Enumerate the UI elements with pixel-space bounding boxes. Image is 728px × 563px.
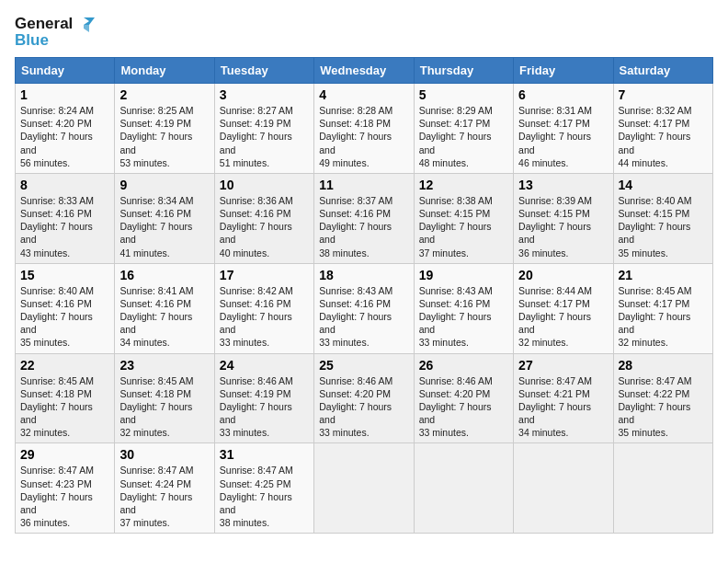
calendar-cell: 6Sunrise: 8:31 AMSunset: 4:17 PMDaylight… xyxy=(514,84,613,174)
calendar-cell: 9Sunrise: 8:34 AMSunset: 4:16 PMDaylight… xyxy=(115,173,214,263)
logo-general-text: General xyxy=(15,15,73,33)
day-number: 18 xyxy=(319,268,408,282)
calendar-cell: 14Sunrise: 8:40 AMSunset: 4:15 PMDayligh… xyxy=(613,173,712,263)
day-number: 27 xyxy=(518,358,608,373)
cell-info: Sunrise: 8:29 AMSunset: 4:17 PMDaylight:… xyxy=(419,104,508,169)
calendar-cell: 21Sunrise: 8:45 AMSunset: 4:17 PMDayligh… xyxy=(613,263,712,353)
calendar-cell: 18Sunrise: 8:43 AMSunset: 4:16 PMDayligh… xyxy=(314,263,414,353)
cell-info: Sunrise: 8:24 AMSunset: 4:20 PMDaylight:… xyxy=(20,104,109,169)
calendar-cell: 19Sunrise: 8:43 AMSunset: 4:16 PMDayligh… xyxy=(414,263,513,353)
calendar-cell: 17Sunrise: 8:42 AMSunset: 4:16 PMDayligh… xyxy=(214,263,313,353)
weekday-header-wednesday: Wednesday xyxy=(314,58,414,84)
day-number: 24 xyxy=(220,358,309,373)
calendar-cell: 20Sunrise: 8:44 AMSunset: 4:17 PMDayligh… xyxy=(514,263,613,353)
calendar-cell: 23Sunrise: 8:45 AMSunset: 4:18 PMDayligh… xyxy=(115,353,214,443)
cell-info: Sunrise: 8:42 AMSunset: 4:16 PMDaylight:… xyxy=(220,284,309,350)
calendar-cell: 16Sunrise: 8:41 AMSunset: 4:16 PMDayligh… xyxy=(115,263,214,353)
cell-info: Sunrise: 8:46 AMSunset: 4:19 PMDaylight:… xyxy=(220,374,309,440)
day-number: 3 xyxy=(220,87,309,102)
cell-info: Sunrise: 8:39 AMSunset: 4:15 PMDaylight:… xyxy=(518,194,608,259)
day-number: 5 xyxy=(419,87,508,102)
day-number: 20 xyxy=(518,268,608,282)
calendar-cell: 24Sunrise: 8:46 AMSunset: 4:19 PMDayligh… xyxy=(214,353,313,443)
weekday-header-saturday: Saturday xyxy=(613,58,712,84)
weekday-header-monday: Monday xyxy=(115,58,214,84)
day-number: 23 xyxy=(119,358,209,373)
logo-blue-text: Blue xyxy=(15,31,49,50)
cell-info: Sunrise: 8:37 AMSunset: 4:16 PMDaylight:… xyxy=(319,194,408,259)
calendar-cell: 4Sunrise: 8:28 AMSunset: 4:18 PMDaylight… xyxy=(314,84,414,174)
day-number: 15 xyxy=(20,268,109,282)
calendar-cell: 3Sunrise: 8:27 AMSunset: 4:19 PMDaylight… xyxy=(214,84,313,174)
cell-info: Sunrise: 8:32 AMSunset: 4:17 PMDaylight:… xyxy=(619,104,708,169)
calendar-table: SundayMondayTuesdayWednesdayThursdayFrid… xyxy=(15,57,713,534)
svg-marker-1 xyxy=(84,25,89,32)
day-number: 6 xyxy=(518,87,608,102)
weekday-header-friday: Friday xyxy=(514,58,613,84)
cell-info: Sunrise: 8:46 AMSunset: 4:20 PMDaylight:… xyxy=(419,374,508,440)
calendar-cell: 5Sunrise: 8:29 AMSunset: 4:17 PMDaylight… xyxy=(414,84,513,174)
calendar-cell: 31Sunrise: 8:47 AMSunset: 4:25 PMDayligh… xyxy=(214,443,313,534)
weekday-header-thursday: Thursday xyxy=(414,58,513,84)
calendar-cell: 11Sunrise: 8:37 AMSunset: 4:16 PMDayligh… xyxy=(314,173,414,263)
day-number: 14 xyxy=(619,178,708,192)
cell-info: Sunrise: 8:47 AMSunset: 4:25 PMDaylight:… xyxy=(220,464,309,529)
calendar-cell: 8Sunrise: 8:33 AMSunset: 4:16 PMDaylight… xyxy=(16,173,115,263)
day-number: 29 xyxy=(20,447,109,462)
cell-info: Sunrise: 8:28 AMSunset: 4:18 PMDaylight:… xyxy=(319,104,408,169)
calendar-cell: 29Sunrise: 8:47 AMSunset: 4:23 PMDayligh… xyxy=(16,443,115,534)
calendar-cell: 25Sunrise: 8:46 AMSunset: 4:20 PMDayligh… xyxy=(314,353,414,443)
cell-info: Sunrise: 8:43 AMSunset: 4:16 PMDaylight:… xyxy=(419,284,508,350)
day-number: 21 xyxy=(619,268,708,282)
day-number: 17 xyxy=(220,268,309,282)
cell-info: Sunrise: 8:36 AMSunset: 4:16 PMDaylight:… xyxy=(220,194,309,259)
cell-info: Sunrise: 8:45 AMSunset: 4:17 PMDaylight:… xyxy=(619,284,708,350)
cell-info: Sunrise: 8:31 AMSunset: 4:17 PMDaylight:… xyxy=(518,104,608,169)
day-number: 12 xyxy=(419,178,508,192)
calendar-cell xyxy=(414,443,513,534)
day-number: 31 xyxy=(220,447,309,462)
day-number: 26 xyxy=(419,358,508,373)
cell-info: Sunrise: 8:34 AMSunset: 4:16 PMDaylight:… xyxy=(119,194,209,259)
weekday-header-sunday: Sunday xyxy=(16,58,115,84)
calendar-cell: 30Sunrise: 8:47 AMSunset: 4:24 PMDayligh… xyxy=(115,443,214,534)
calendar-cell: 27Sunrise: 8:47 AMSunset: 4:21 PMDayligh… xyxy=(514,353,613,443)
weekday-header-tuesday: Tuesday xyxy=(214,58,313,84)
calendar-cell: 15Sunrise: 8:40 AMSunset: 4:16 PMDayligh… xyxy=(16,263,115,353)
cell-info: Sunrise: 8:46 AMSunset: 4:20 PMDaylight:… xyxy=(319,374,408,440)
day-number: 28 xyxy=(619,358,708,373)
cell-info: Sunrise: 8:27 AMSunset: 4:19 PMDaylight:… xyxy=(220,104,309,169)
day-number: 22 xyxy=(20,358,109,373)
day-number: 9 xyxy=(119,178,209,192)
calendar-cell xyxy=(314,443,414,534)
day-number: 30 xyxy=(119,447,209,462)
calendar-cell xyxy=(514,443,613,534)
cell-info: Sunrise: 8:25 AMSunset: 4:19 PMDaylight:… xyxy=(119,104,209,169)
cell-info: Sunrise: 8:47 AMSunset: 4:22 PMDaylight:… xyxy=(619,374,708,440)
calendar-cell: 13Sunrise: 8:39 AMSunset: 4:15 PMDayligh… xyxy=(514,173,613,263)
calendar-cell: 12Sunrise: 8:38 AMSunset: 4:15 PMDayligh… xyxy=(414,173,513,263)
header: General Blue xyxy=(15,15,713,50)
day-number: 25 xyxy=(319,358,408,373)
day-number: 16 xyxy=(119,268,209,282)
calendar-cell: 26Sunrise: 8:46 AMSunset: 4:20 PMDayligh… xyxy=(414,353,513,443)
cell-info: Sunrise: 8:33 AMSunset: 4:16 PMDaylight:… xyxy=(20,194,109,259)
cell-info: Sunrise: 8:45 AMSunset: 4:18 PMDaylight:… xyxy=(20,374,109,440)
day-number: 4 xyxy=(319,87,408,102)
cell-info: Sunrise: 8:47 AMSunset: 4:24 PMDaylight:… xyxy=(119,464,209,529)
cell-info: Sunrise: 8:40 AMSunset: 4:16 PMDaylight:… xyxy=(20,284,109,350)
day-number: 2 xyxy=(119,87,209,102)
cell-info: Sunrise: 8:44 AMSunset: 4:17 PMDaylight:… xyxy=(518,284,608,350)
day-number: 11 xyxy=(319,178,408,192)
cell-info: Sunrise: 8:43 AMSunset: 4:16 PMDaylight:… xyxy=(319,284,408,350)
svg-marker-0 xyxy=(84,17,95,25)
calendar-cell: 1Sunrise: 8:24 AMSunset: 4:20 PMDaylight… xyxy=(16,84,115,174)
calendar-cell: 7Sunrise: 8:32 AMSunset: 4:17 PMDaylight… xyxy=(613,84,712,174)
day-number: 19 xyxy=(419,268,508,282)
calendar-cell: 2Sunrise: 8:25 AMSunset: 4:19 PMDaylight… xyxy=(115,84,214,174)
cell-info: Sunrise: 8:47 AMSunset: 4:23 PMDaylight:… xyxy=(20,464,109,529)
day-number: 13 xyxy=(518,178,608,192)
cell-info: Sunrise: 8:45 AMSunset: 4:18 PMDaylight:… xyxy=(119,374,209,440)
cell-info: Sunrise: 8:47 AMSunset: 4:21 PMDaylight:… xyxy=(518,374,608,440)
calendar-cell xyxy=(613,443,712,534)
